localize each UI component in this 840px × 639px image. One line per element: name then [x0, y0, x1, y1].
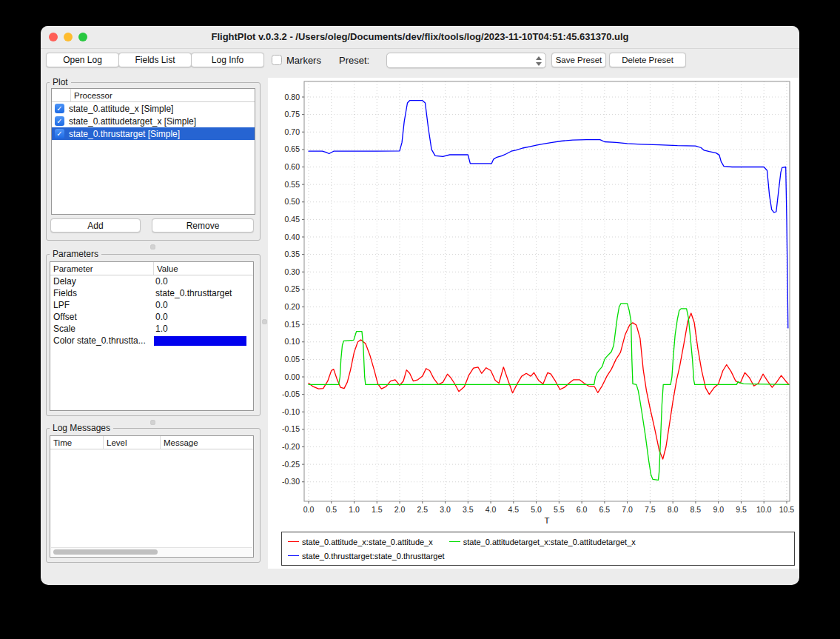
titlebar[interactable]: FlightPlot v.0.3.2 - /Users/oleg/Documen…	[41, 26, 799, 49]
x-axis-title: T	[544, 516, 549, 525]
parameter-row[interactable]: Color state_0.thrustta...	[50, 335, 253, 347]
y-axis-tick-label: -0.15	[282, 424, 300, 433]
parameter-row[interactable]: Offset0.0	[50, 311, 253, 323]
x-axis-tick-label: 5.0	[531, 505, 542, 514]
y-axis-tick-label: 0.15	[285, 320, 300, 329]
parameter-value[interactable]: 1.0	[154, 324, 253, 334]
parameter-row[interactable]: Scale1.0	[50, 323, 253, 335]
legend-line-sample	[288, 555, 299, 556]
x-axis-tick-label: 0.5	[326, 505, 337, 514]
window-title: FlightPlot v.0.3.2 - /Users/oleg/Documen…	[41, 31, 799, 42]
chart-legend: state_0.attitude_x:state_0.attitude_xsta…	[281, 532, 795, 566]
y-axis-tick-label: 0.55	[285, 180, 300, 189]
y-axis-tick-label: 0.20	[285, 302, 300, 311]
y-axis-tick-label: 0.70	[285, 127, 300, 136]
x-axis-tick-label: 1.5	[372, 505, 383, 514]
message-column-header: Message	[161, 436, 253, 449]
parameter-column-header: Parameter	[50, 262, 154, 275]
processor-row[interactable]: ✓state_0.thrusttarget [Simple]	[52, 127, 255, 140]
x-axis-tick-label: 10.5	[779, 505, 795, 514]
parameter-row[interactable]: Fieldsstate_0.thrusttarget	[50, 287, 253, 299]
time-column-header: Time	[50, 436, 104, 449]
processor-label: state_0.attitude_x [Simple]	[69, 104, 173, 114]
processor-label: state_0.attitudetarget_x [Simple]	[69, 116, 196, 127]
plot-group-title: Plot	[50, 77, 71, 87]
processor-row[interactable]: ✓state_0.attitude_x [Simple]	[52, 102, 255, 115]
log-messages-table[interactable]: Time Level Message	[50, 435, 254, 558]
y-axis-tick-label: 0.10	[285, 337, 300, 346]
parameter-name: Delay	[50, 276, 154, 287]
processor-checkbox[interactable]: ✓	[55, 129, 64, 138]
processor-checkbox[interactable]: ✓	[55, 104, 64, 113]
y-axis-tick-label: 0.25	[285, 284, 300, 293]
legend-entry: state_0.thrusttarget:state_0.thrusttarge…	[288, 549, 445, 563]
y-axis-tick-label: 0.65	[285, 144, 300, 153]
y-axis-tick-label: 0.60	[285, 162, 300, 171]
processor-row[interactable]: ✓state_0.attitudetarget_x [Simple]	[52, 115, 255, 127]
x-axis-tick-label: 2.0	[394, 505, 406, 514]
horizontal-scrollbar[interactable]	[51, 547, 252, 556]
add-button[interactable]: Add	[50, 218, 141, 232]
preset-label: Preset:	[339, 55, 369, 66]
parameter-value[interactable]: 0.0	[154, 300, 253, 310]
parameter-name: Color state_0.thrustta...	[50, 335, 154, 346]
series-line	[309, 101, 788, 328]
processor-label: state_0.thrusttarget [Simple]	[69, 129, 180, 139]
y-axis-tick-label: 0.80	[285, 93, 300, 101]
x-axis-tick-label: 8.0	[668, 505, 679, 514]
remove-button[interactable]: Remove	[152, 218, 254, 232]
parameter-value[interactable]: 0.0	[154, 276, 253, 287]
parameter-row[interactable]: Delay0.0	[50, 275, 253, 287]
processor-checkbox[interactable]: ✓	[55, 116, 64, 126]
parameter-row[interactable]: LPF0.0	[50, 299, 253, 311]
fields-list-button[interactable]: Fields List	[118, 53, 192, 67]
legend-label: state_0.attitude_x:state_0.attitude_x	[302, 538, 433, 546]
legend-entry: state_0.attitude_x:state_0.attitude_x	[288, 535, 433, 549]
vertical-splitter-handle[interactable]	[262, 319, 267, 324]
y-axis-tick-label: 0.40	[285, 232, 300, 241]
x-axis-tick-label: 6.0	[577, 505, 588, 514]
open-log-button[interactable]: Open Log	[46, 53, 119, 67]
x-axis-tick-label: 7.5	[645, 505, 656, 514]
delete-preset-button[interactable]: Delete Preset	[609, 53, 686, 67]
x-axis-tick-label: 4.0	[485, 505, 497, 514]
save-preset-button[interactable]: Save Preset	[551, 53, 606, 67]
parameters-table-header: Parameter Value	[50, 262, 253, 275]
value-column-header: Value	[154, 262, 253, 275]
markers-label: Markers	[286, 55, 321, 66]
legend-label: state_0.attitudetarget_x:state_0.attitud…	[463, 538, 636, 546]
x-axis-tick-label: 6.5	[599, 505, 611, 514]
x-axis-tick-label: 9.0	[713, 505, 724, 514]
log-info-button[interactable]: Log Info	[191, 53, 264, 67]
parameter-value[interactable]: state_0.thrusttarget	[154, 288, 253, 298]
x-axis-tick-label: 3.0	[440, 505, 451, 514]
x-axis-tick-label: 3.5	[463, 505, 474, 514]
x-axis-tick-label: 2.5	[417, 505, 428, 514]
processor-column-header: Processor	[71, 89, 255, 101]
horizontal-splitter-handle[interactable]	[150, 244, 155, 250]
flight-plot-chart[interactable]: 0.800.750.700.650.600.550.500.450.400.35…	[268, 78, 799, 531]
x-axis-tick-label: 8.5	[691, 505, 702, 514]
parameter-name: Offset	[50, 312, 154, 322]
parameters-table[interactable]: Parameter Value Delay0.0Fieldsstate_0.th…	[50, 261, 254, 411]
processor-table-header: Processor	[52, 89, 255, 102]
parameter-name: LPF	[50, 300, 154, 310]
flightplot-window: FlightPlot v.0.3.2 - /Users/oleg/Documen…	[41, 26, 799, 585]
x-axis-tick-label: 0.0	[303, 505, 315, 514]
color-swatch[interactable]	[154, 336, 246, 346]
y-axis-tick-label: -0.25	[282, 460, 300, 469]
horizontal-splitter-handle[interactable]	[150, 420, 155, 425]
y-axis-tick-label: -0.20	[282, 442, 300, 451]
y-axis-tick-label: -0.30	[282, 477, 300, 486]
scrollbar-thumb[interactable]	[53, 549, 158, 555]
legend-line-sample	[288, 541, 299, 542]
processor-table[interactable]: Processor ✓state_0.attitude_x [Simple]✓s…	[51, 88, 255, 215]
preset-combobox[interactable]	[386, 53, 546, 68]
y-axis-tick-label: -0.10	[282, 407, 300, 416]
parameter-name: Scale	[50, 324, 154, 334]
markers-checkbox[interactable]	[272, 55, 282, 65]
parameter-value[interactable]: 0.0	[154, 312, 253, 322]
log-messages-group-title: Log Messages	[50, 423, 113, 433]
x-axis-tick-label: 5.5	[554, 505, 565, 514]
y-axis-tick-label: 0.75	[285, 110, 300, 118]
